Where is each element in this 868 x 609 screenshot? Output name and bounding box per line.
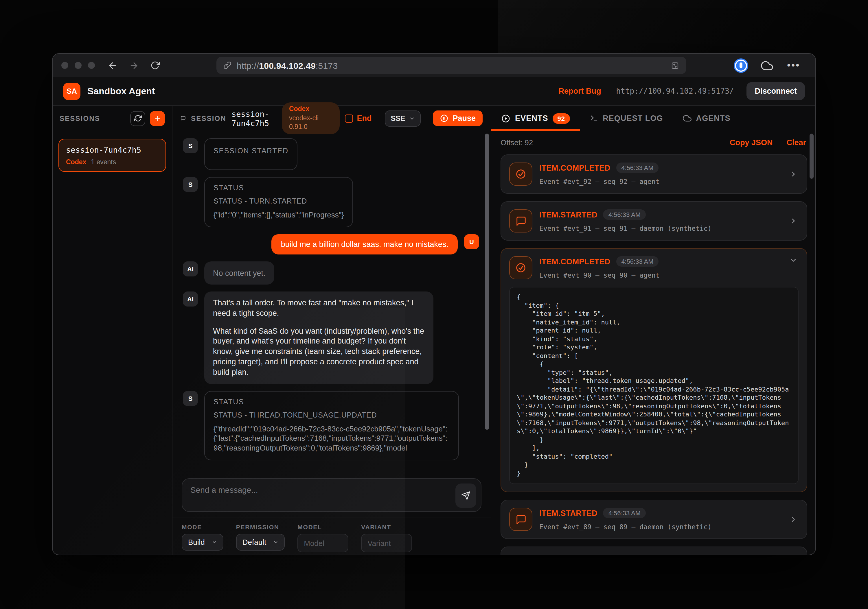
- user-message-bubble: build me a billion dollar saas. make no …: [272, 234, 458, 255]
- server-url: http://100.94.102.49:5173/: [616, 87, 734, 96]
- system-message: S SESSION STARTED: [183, 138, 479, 170]
- disconnect-button[interactable]: Disconnect: [747, 82, 805, 100]
- events-toolbar: Offset: 92 Copy JSON Clear: [491, 131, 815, 153]
- message-list[interactable]: S SESSION STARTED S STATUS STATUS - TURN…: [172, 131, 491, 473]
- event-subtitle: Event #evt_91 — seq 91 — daemon (synthet…: [539, 224, 782, 232]
- event-card-expanded[interactable]: ITEM.COMPLETED4:56:33 AM Event #evt_90 —…: [501, 248, 807, 493]
- event-time: 4:56:33 AM: [616, 256, 659, 267]
- plus-icon: [153, 114, 161, 122]
- user-message: build me a billion dollar saas. make no …: [183, 234, 479, 255]
- session-header-id: session-7un4c7h5: [231, 109, 277, 128]
- send-button[interactable]: [456, 484, 476, 508]
- session-event-count: 1 events: [91, 158, 116, 165]
- event-subtitle: Event #evt_90 — seq 90 — agent: [539, 271, 782, 279]
- new-session-button[interactable]: [150, 111, 165, 126]
- session-agent: Codex: [66, 158, 86, 165]
- window-minimize-button[interactable]: [74, 62, 82, 69]
- copy-json-button[interactable]: Copy JSON: [730, 138, 773, 147]
- permission-label: PERMISSION: [236, 523, 285, 530]
- password-manager-icon[interactable]: [735, 59, 747, 71]
- event-card[interactable]: ITEM.STARTED4:56:33 AM Event #evt_89 — s…: [501, 500, 807, 539]
- events-scrollbar[interactable]: [809, 134, 814, 179]
- session-label: SESSION: [191, 114, 226, 122]
- event-card[interactable]: ITEM.COMPLETED4:56:33 AM Event #evt_88 —…: [501, 547, 807, 555]
- message-input[interactable]: [182, 479, 481, 511]
- app-logo: SA: [63, 82, 81, 100]
- events-panel: EVENTS 92 REQUEST LOG AGENTS Offset: 92 …: [491, 106, 815, 555]
- event-card[interactable]: ITEM.STARTED4:56:33 AM Event #evt_91 — s…: [501, 201, 807, 241]
- offset-label: Offset: 92: [501, 138, 533, 147]
- back-icon[interactable]: [108, 60, 118, 70]
- event-time: 4:56:33 AM: [616, 162, 659, 173]
- composer: [172, 473, 491, 518]
- chevron-down-icon: [789, 256, 797, 264]
- browser-window: http://100.94.102.49:5173 ••• SA Sandbox…: [52, 53, 816, 555]
- window-zoom-button[interactable]: [88, 62, 95, 69]
- session-list-item[interactable]: session-7un4c7h5 Codex 1 events: [59, 139, 166, 172]
- event-time: 4:56:33 AM: [603, 508, 646, 518]
- report-bug-link[interactable]: Report Bug: [558, 87, 601, 96]
- user-avatar: U: [464, 234, 479, 249]
- variant-label: VARIANT: [361, 523, 412, 530]
- play-circle-icon: [501, 114, 510, 123]
- message-square-icon: [509, 209, 532, 232]
- browser-menu-icon[interactable]: •••: [787, 60, 800, 71]
- browser-chrome: http://100.94.102.49:5173 •••: [53, 54, 815, 77]
- refresh-sessions-button[interactable]: [130, 111, 145, 126]
- send-icon: [461, 491, 470, 500]
- mode-select[interactable]: Build: [182, 534, 223, 550]
- desktop-background: http://100.94.102.49:5173 ••• SA Sandbox…: [0, 0, 868, 609]
- url-bar[interactable]: http://100.94.102.49:5173: [216, 57, 686, 74]
- forward-icon[interactable]: [129, 60, 139, 70]
- event-card[interactable]: ITEM.COMPLETED4:56:33 AM Event #evt_92 —…: [501, 155, 807, 194]
- app-header: SA Sandbox Agent Report Bug http://100.9…: [53, 77, 815, 106]
- end-label: End: [357, 114, 372, 123]
- transport-select[interactable]: SSE: [385, 110, 421, 126]
- chat-panel: SESSION session-7un4c7h5 Codex vcodex-cl…: [172, 106, 491, 555]
- agent-version-badge: Codex vcodex-cli 0.91.0: [282, 102, 339, 134]
- assistant-message: AI That's a tall order. To move fast and…: [183, 292, 479, 384]
- chevron-down-icon: [212, 539, 217, 545]
- events-count-badge: 92: [553, 113, 570, 124]
- event-subtitle: Event #evt_92 — seq 92 — agent: [539, 178, 782, 185]
- reload-icon[interactable]: [150, 61, 160, 70]
- app-title: Sandbox Agent: [87, 86, 155, 96]
- model-input[interactable]: [304, 539, 342, 548]
- chevron-down-icon: [273, 539, 278, 545]
- end-checkbox[interactable]: [345, 114, 353, 122]
- event-list[interactable]: ITEM.COMPLETED4:56:33 AM Event #evt_92 —…: [491, 153, 815, 555]
- window-controls[interactable]: [61, 62, 95, 69]
- assistant-message: AI No content yet.: [183, 261, 479, 284]
- link-icon: [223, 61, 231, 70]
- event-time: 4:56:33 AM: [603, 209, 646, 220]
- assistant-avatar: AI: [183, 261, 198, 277]
- chevron-down-icon: [409, 115, 415, 121]
- check-circle-icon: [509, 256, 532, 279]
- cloud-icon[interactable]: [761, 59, 773, 71]
- mode-label: MODE: [182, 523, 223, 530]
- url-text: http://100.94.102.49:5173: [237, 60, 338, 70]
- pause-circle-icon: [440, 114, 448, 123]
- event-json-payload: { "item": { "item_id": "itm_5", "native_…: [509, 287, 798, 484]
- message-square-icon: [509, 508, 532, 531]
- system-message: S STATUS STATUS - TURN.STARTED {"id":"0"…: [183, 177, 479, 227]
- sessions-sidebar: SESSIONS session-7un4c7h5 Codex 1 events: [53, 106, 172, 555]
- chat-bubble-icon: [181, 114, 186, 123]
- event-subtitle: Event #evt_89 — seq 89 — daemon (synthet…: [539, 523, 782, 531]
- window-close-button[interactable]: [61, 62, 68, 69]
- chevron-right-icon: [789, 217, 797, 225]
- permission-select[interactable]: Default: [236, 534, 285, 550]
- tab-agents[interactable]: AGENTS: [673, 106, 740, 131]
- tab-events[interactable]: EVENTS 92: [491, 106, 580, 131]
- variant-input[interactable]: [367, 539, 406, 548]
- system-avatar: S: [183, 177, 198, 192]
- chevron-right-icon: [789, 170, 797, 178]
- tab-request-log[interactable]: REQUEST LOG: [580, 106, 673, 131]
- chat-scrollbar[interactable]: [485, 134, 489, 430]
- model-label: MODEL: [298, 523, 348, 530]
- reader-mode-icon[interactable]: [671, 61, 679, 70]
- chevron-right-icon: [789, 516, 797, 524]
- terminal-icon: [589, 114, 598, 123]
- clear-button[interactable]: Clear: [786, 138, 806, 147]
- pause-button[interactable]: Pause: [433, 110, 483, 126]
